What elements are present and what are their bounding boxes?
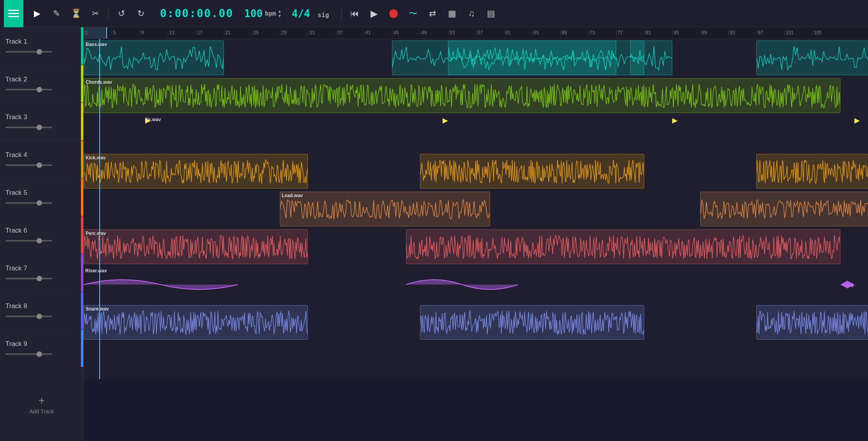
clip-label-5: Lead.wav (282, 193, 303, 198)
volume-slider-8[interactable] (5, 316, 52, 317)
clip-8[interactable] (420, 305, 644, 340)
clip-4[interactable] (420, 154, 644, 189)
track-label-4: Track 4 (0, 141, 83, 178)
track-content-4[interactable]: Kick.wav (84, 152, 868, 190)
fx-marker-1: ▶ (443, 116, 448, 125)
waveform-svg-5 (280, 192, 490, 226)
riser-clip-1[interactable] (406, 267, 518, 302)
bpm-value[interactable]: 100 (244, 8, 263, 19)
add-track-button[interactable]: +Add Track (0, 367, 83, 441)
loop-button[interactable]: ⇄ (424, 5, 441, 22)
track-label-9: Track 9 (0, 330, 83, 367)
track-row-1[interactable]: Bass.wav (84, 39, 868, 77)
go-start-button[interactable]: ⏮ (346, 5, 363, 22)
clip-1[interactable] (630, 41, 644, 75)
volume-slider-9[interactable] (5, 353, 52, 355)
tracks-scroll[interactable]: Bass.wavChords.wavFx.wav▶▶▶▶Kick.wavLead… (84, 39, 868, 441)
piano-roll-button[interactable]: ♫ (463, 5, 480, 22)
track-content-1[interactable]: Bass.wav (84, 39, 868, 77)
track-row-6[interactable]: Perc.wav (84, 228, 868, 266)
track-label-5: Track 5 (0, 178, 83, 216)
clip-6[interactable] (406, 229, 840, 264)
waveform-svg-1 (631, 41, 644, 75)
track-content-2[interactable]: Chords.wav (84, 77, 868, 115)
pencil-tool-button[interactable]: ✎ (48, 5, 65, 22)
ruler-mark-101: 101 (784, 30, 812, 35)
metronome-tool-button[interactable]: ⏳ (68, 5, 84, 22)
record-button[interactable] (385, 5, 402, 22)
track-row-8[interactable]: Snare.wav (84, 303, 868, 341)
track-name-7: Track 7 (5, 265, 83, 272)
track-label-6: Track 6 (0, 216, 83, 254)
mixer-button[interactable]: ▦ (444, 5, 460, 22)
track-row-3[interactable]: Fx.wav▶▶▶▶ (84, 115, 868, 152)
ruler-mark-69: 69 (560, 30, 588, 35)
scissors-tool-button[interactable]: ✂ (87, 5, 104, 22)
ruler-mark-5: 5 (112, 30, 140, 35)
riser-marker: ✦ (849, 281, 856, 290)
undo-button[interactable]: ↺ (113, 5, 130, 22)
fx-label: Fx.wav (145, 117, 161, 122)
plugin-button[interactable]: ▤ (483, 5, 499, 22)
track-content-7[interactable]: Riser.wav✦ (84, 266, 868, 303)
track-row-5[interactable]: Lead.wav (84, 190, 868, 228)
sig-label: sig (318, 11, 329, 19)
ruler-mark-73: 73 (588, 30, 616, 35)
waveform-svg-8 (420, 305, 644, 340)
clip-5[interactable]: Lead.wav (280, 192, 490, 226)
track-panel: Track 1Track 2Track 3Track 4Track 5Track… (0, 27, 84, 441)
track-row-4[interactable]: Kick.wav (84, 152, 868, 190)
clip-label-1: Bass.wav (86, 42, 107, 47)
clip-label-2: Chords.wav (86, 79, 112, 85)
clip-4[interactable]: Kick.wav (84, 154, 308, 189)
add-track-plus-icon: + (39, 394, 45, 407)
automation-button[interactable]: 〜 (405, 5, 421, 22)
track-content-5[interactable]: Lead.wav (84, 190, 868, 228)
redo-button[interactable]: ↻ (133, 5, 149, 22)
ruler-mark-77: 77 (616, 30, 644, 35)
sig-value[interactable]: 4/4 (292, 8, 310, 19)
volume-slider-5[interactable] (5, 202, 52, 204)
bpm-down-arrow[interactable]: ▼ (278, 14, 281, 18)
clip-8[interactable]: Snare.wav (84, 305, 308, 340)
clip-6[interactable]: Perc.wav (84, 229, 308, 264)
track-row-7[interactable]: Riser.wav✦ (84, 266, 868, 303)
track-color-bar-2 (81, 65, 83, 102)
track-content-6[interactable]: Perc.wav (84, 228, 868, 266)
add-track-label: Add Track (29, 408, 54, 415)
bpm-arrows[interactable]: ▲ ▼ (278, 9, 281, 18)
clip-8[interactable] (756, 305, 868, 340)
volume-slider-2[interactable] (5, 89, 52, 90)
track-name-8: Track 8 (5, 302, 83, 310)
volume-slider-4[interactable] (5, 164, 52, 166)
volume-slider-1[interactable] (5, 51, 52, 53)
play-button[interactable]: ▶ (366, 5, 382, 22)
ruler-mark-57: 57 (476, 30, 504, 35)
volume-slider-7[interactable] (5, 278, 52, 279)
menu-button[interactable] (4, 0, 23, 27)
clip-1[interactable] (756, 41, 868, 75)
waveform-svg-8 (757, 305, 868, 340)
track-row-2[interactable]: Chords.wav (84, 77, 868, 115)
playhead-3 (99, 115, 100, 152)
volume-slider-3[interactable] (5, 127, 52, 128)
track-content-3[interactable]: Fx.wav▶▶▶▶ (84, 115, 868, 152)
track-row-9[interactable] (84, 341, 868, 379)
ruler-mark-81: 81 (644, 30, 672, 35)
track-color-bar-5 (81, 178, 83, 216)
ruler-mark-45: 45 (392, 30, 420, 35)
clip-1[interactable]: Bass.wav (84, 41, 224, 75)
riser-clip-0[interactable] (84, 267, 238, 302)
ruler-mark-65: 65 (532, 30, 560, 35)
clip-2[interactable]: Chords.wav (84, 78, 840, 113)
volume-slider-6[interactable] (5, 240, 52, 242)
bpm-up-arrow[interactable]: ▲ (278, 9, 281, 13)
track-content-9[interactable] (84, 341, 868, 379)
track-content-8[interactable]: Snare.wav (84, 303, 868, 341)
clip-5[interactable] (700, 192, 868, 226)
time-display: 0:00:00.00 (160, 7, 234, 20)
track-color-bar-4 (81, 141, 83, 178)
ruler-mark-53: 53 (448, 30, 476, 35)
clip-4[interactable] (756, 154, 868, 189)
select-tool-button[interactable]: ▶ (29, 5, 45, 22)
